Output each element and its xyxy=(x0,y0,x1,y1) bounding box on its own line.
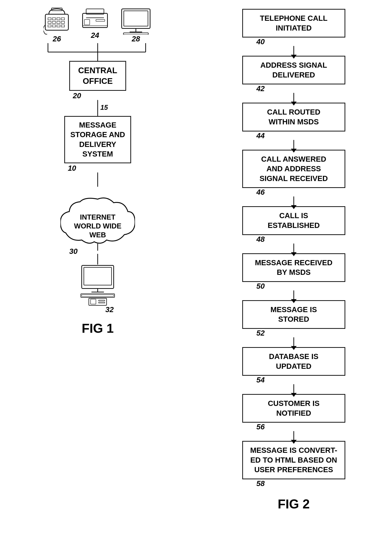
terminal-label: 32 xyxy=(105,305,114,314)
arrow-48-50 xyxy=(294,244,294,253)
step-48-box: CALL ISESTABLISHED xyxy=(242,206,345,235)
step-44: CALL ROUTEDWITHIN MSDS 44 xyxy=(242,103,345,140)
step-50-num: 50 xyxy=(257,282,265,290)
step-56-box: CUSTOMER ISNOTIFIED xyxy=(242,394,345,423)
step-54-box: DATABASE ISUPDATED xyxy=(242,347,345,376)
fax-icon xyxy=(81,8,109,31)
central-office-text: CENTRALOFFICE xyxy=(78,66,117,86)
svg-rect-52 xyxy=(81,294,115,297)
svg-rect-8 xyxy=(57,21,60,23)
step-46-box: CALL ANSWEREDAND ADDRESSSIGNAL RECEIVED xyxy=(242,150,345,188)
msds-text: MESSAGESTORAGE ANDDELIVERYSYSTEM xyxy=(70,121,125,158)
svg-rect-9 xyxy=(61,21,65,23)
step-42-text: ADDRESS SIGNALDELIVERED xyxy=(260,61,327,79)
step-40-num: 40 xyxy=(257,37,265,46)
msds-wrapper: MESSAGESTORAGE ANDDELIVERYSYSTEM 10 xyxy=(64,116,131,173)
step-56-text: CUSTOMER ISNOTIFIED xyxy=(268,399,320,417)
fax-label: 24 xyxy=(91,31,99,40)
svg-rect-17 xyxy=(96,19,105,21)
svg-rect-18 xyxy=(84,19,90,25)
svg-rect-7 xyxy=(52,21,56,23)
svg-rect-6 xyxy=(48,21,51,23)
msds-to-cloud-line xyxy=(97,173,98,187)
step-46-num: 46 xyxy=(257,188,265,197)
svg-rect-57 xyxy=(98,302,105,303)
svg-rect-20 xyxy=(122,9,150,28)
cloud-wrapper: INTERNET WORLD WIDE WEB 30 xyxy=(60,187,135,256)
svg-rect-5 xyxy=(61,18,65,20)
fig2-caption: FIG 2 xyxy=(278,497,310,511)
step-40-box: TELEPHONE CALLINITIATED xyxy=(242,9,345,37)
step-56-num: 56 xyxy=(257,423,265,431)
svg-text:WORLD WIDE: WORLD WIDE xyxy=(74,222,121,230)
arrow-42-44 xyxy=(294,93,294,103)
step-42: ADDRESS SIGNALDELIVERED 42 xyxy=(242,56,345,93)
step-58: MESSAGE IS CONVERT-ED TO HTML BASED ONUS… xyxy=(242,441,345,488)
computer-label: 28 xyxy=(132,35,140,43)
step-44-text: CALL ROUTEDWITHIN MSDS xyxy=(267,108,320,126)
step-50: MESSAGE RECEIVEDBY MSDS 50 xyxy=(242,253,345,290)
step-48-text: CALL ISESTABLISHED xyxy=(268,211,320,230)
fig1-caption: FIG 1 xyxy=(82,321,114,336)
arrow-40-42 xyxy=(294,46,294,56)
svg-rect-11 xyxy=(52,25,56,27)
svg-rect-12 xyxy=(57,25,60,27)
step-42-num: 42 xyxy=(257,84,265,93)
step-52: MESSAGE ISSTORED 52 xyxy=(242,300,345,337)
step-54-text: DATABASE ISUPDATED xyxy=(269,352,318,370)
arrow-52-54 xyxy=(294,337,294,347)
device-phone: 26 xyxy=(43,7,70,43)
phone-label: 26 xyxy=(53,35,61,43)
central-office-wrapper: CENTRALOFFICE 20 xyxy=(69,61,126,100)
step-52-box: MESSAGE ISSTORED xyxy=(242,300,345,329)
svg-rect-53 xyxy=(82,295,114,296)
central-office-label: 20 xyxy=(73,91,81,100)
step-44-box: CALL ROUTEDWITHIN MSDS xyxy=(242,103,345,131)
step-48-num: 48 xyxy=(257,235,265,244)
terminal-wrapper: 32 xyxy=(78,265,117,314)
arrow-50-52 xyxy=(294,290,294,300)
terminal-icon xyxy=(78,265,117,307)
cloud-icon: INTERNET WORLD WIDE WEB xyxy=(60,187,135,251)
svg-rect-14 xyxy=(83,13,107,28)
step-50-box: MESSAGE RECEIVEDBY MSDS xyxy=(242,253,345,282)
device-computer: 28 xyxy=(120,8,152,43)
co-to-msds-line: 15 xyxy=(80,100,116,116)
msds-box: MESSAGESTORAGE ANDDELIVERYSYSTEM xyxy=(64,116,131,163)
arrow-56-58 xyxy=(294,431,294,441)
fig1-layout: 26 xyxy=(0,0,195,336)
step-46-text: CALL ANSWEREDAND ADDRESSSIGNAL RECEIVED xyxy=(260,155,328,183)
arrow-54-56 xyxy=(294,384,294,394)
svg-text:WEB: WEB xyxy=(89,231,106,239)
step-58-num: 58 xyxy=(257,479,265,488)
step-48: CALL ISESTABLISHED 48 xyxy=(242,206,345,243)
svg-rect-3 xyxy=(52,18,56,20)
fig2-flow: TELEPHONE CALLINITIATED 40 ADDRESS SIGNA… xyxy=(195,0,392,511)
step-54: DATABASE ISUPDATED 54 xyxy=(242,347,345,384)
step-52-num: 52 xyxy=(257,329,265,337)
step-52-text: MESSAGE ISSTORED xyxy=(271,305,317,323)
svg-rect-49 xyxy=(84,267,112,285)
svg-text:INTERNET: INTERNET xyxy=(80,213,116,221)
step-44-num: 44 xyxy=(257,131,265,140)
device-lines xyxy=(27,43,169,61)
svg-rect-4 xyxy=(57,18,60,20)
step-54-num: 54 xyxy=(257,376,265,384)
arrow-44-46 xyxy=(294,140,294,150)
fig1-area: 26 xyxy=(0,0,195,534)
arrow-46-48 xyxy=(294,197,294,206)
svg-rect-2 xyxy=(48,18,51,20)
svg-rect-55 xyxy=(91,299,96,304)
fig2-area: TELEPHONE CALLINITIATED 40 ADDRESS SIGNA… xyxy=(195,0,392,534)
svg-rect-56 xyxy=(98,300,105,301)
step-50-text: MESSAGE RECEIVEDBY MSDS xyxy=(255,258,332,276)
svg-rect-10 xyxy=(48,25,51,27)
page: 26 xyxy=(0,0,392,534)
step-58-text: MESSAGE IS CONVERT-ED TO HTML BASED ONUS… xyxy=(250,446,337,474)
device-fax: 24 xyxy=(81,8,109,40)
step-40-text: TELEPHONE CALLINITIATED xyxy=(260,14,327,32)
step-58-box: MESSAGE IS CONVERT-ED TO HTML BASED ONUS… xyxy=(242,441,345,479)
fig2-caption-row: FIG 2 xyxy=(278,491,310,511)
step-40: TELEPHONE CALLINITIATED 40 xyxy=(242,9,345,46)
internet-label: 30 xyxy=(69,247,78,256)
